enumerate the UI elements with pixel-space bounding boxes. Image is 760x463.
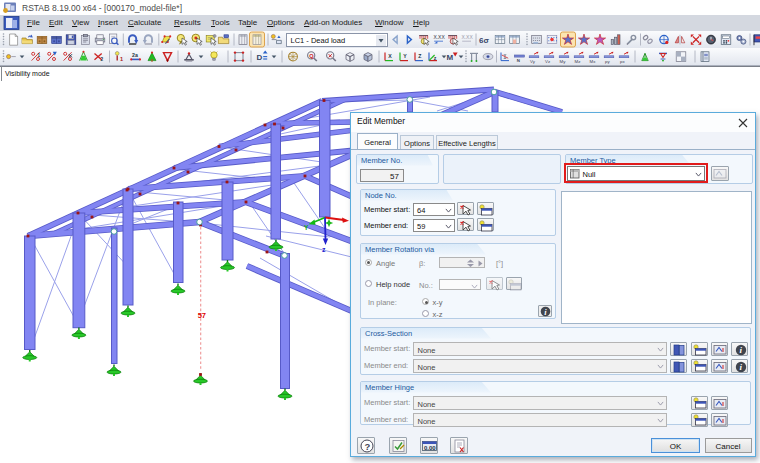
svg-text:D: D: [256, 53, 262, 62]
svg-text:?: ?: [364, 440, 370, 451]
svg-text:2: 2: [101, 57, 104, 62]
svg-text:px: px: [620, 59, 625, 64]
svg-text:Vy: Vy: [530, 59, 536, 64]
svg-text:M: M: [446, 53, 453, 62]
svg-text:Z: Z: [418, 53, 422, 59]
svg-text:X.XX: X.XX: [461, 35, 473, 40]
svg-text:z: z: [322, 246, 326, 253]
svg-text:My: My: [560, 59, 567, 64]
svg-text:Y: Y: [403, 53, 407, 59]
svg-text:1: 1: [120, 56, 123, 62]
svg-text:2a: 2a: [132, 52, 138, 58]
svg-text:Mz: Mz: [575, 59, 581, 64]
svg-text:1: 1: [38, 53, 41, 58]
svg-text:0.00: 0.00: [424, 445, 436, 451]
svg-text:Q: Q: [309, 53, 314, 59]
svg-text:py: py: [605, 59, 610, 64]
svg-text:X.XX: X.XX: [433, 35, 445, 40]
svg-text:6σ: 6σ: [479, 36, 489, 45]
svg-text:z: z: [434, 55, 437, 61]
svg-text:57: 57: [198, 311, 206, 320]
svg-text:N: N: [517, 58, 520, 63]
svg-text:Mx: Mx: [590, 59, 597, 64]
svg-text:X: X: [388, 53, 392, 59]
svg-text:Y: Y: [304, 224, 309, 231]
svg-text:Vz: Vz: [545, 59, 550, 64]
